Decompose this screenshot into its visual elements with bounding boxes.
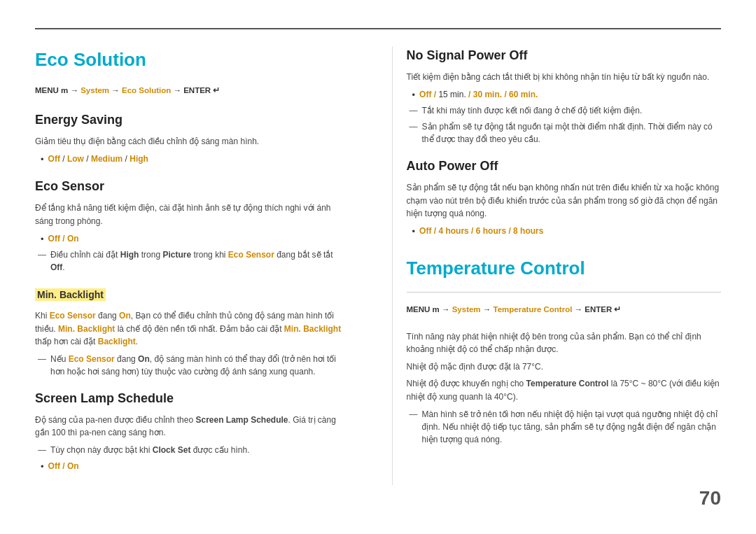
picture-bold: Picture [162, 250, 191, 260]
off-bold: Off [50, 262, 62, 272]
no-signal-option-values: Off / 15 min. / 30 min. / 60 min. [419, 88, 538, 101]
backlight-ref: Backlight [98, 337, 136, 346]
min-backlight-ref: Min. Backlight [58, 324, 115, 334]
min-backlight-dash-text: Nếu Eco Sensor đang On, độ sáng màn hình… [50, 353, 350, 378]
energy-saving-section: Energy Saving Giảm tiêu thụ điện bằng cá… [35, 111, 350, 166]
menu-icon: m [61, 86, 68, 94]
left-column: Eco Solution MENU m → System → Eco Solut… [35, 46, 364, 485]
temperature-menu-path: MENU m → System → Temperature Control → … [407, 304, 722, 316]
screen-lamp-body: Độ sáng của pa-nen được điều chỉnh theo … [35, 414, 350, 440]
no-signal-body: Tiết kiệm điện bằng cách tắt thiết bị kh… [407, 71, 722, 84]
on-ref3: On [138, 354, 150, 364]
auto-power-off-option-values: Off / 4 hours / 6 hours / 8 hours [419, 225, 543, 237]
temperature-control-title: Temperature Control [407, 255, 722, 282]
min-backlight-title: Min. Backlight [35, 285, 350, 304]
eco-solution-menu-path: MENU m → System → Eco Solution → ENTER ↵ [35, 85, 350, 97]
screen-lamp-option-values: Off / On [48, 460, 79, 472]
energy-saving-body: Giảm tiêu thụ điện bằng cách điều chỉnh … [35, 135, 350, 148]
screen-lamp-title: Screen Lamp Schedule [35, 389, 350, 408]
page-number: 70 [699, 484, 721, 513]
temp-menu-path-text: MENU m → System → Temperature Control → … [407, 305, 622, 314]
temp-dash-text: Màn hình sẽ trở nên tối hơn nếu nhiệt độ… [422, 408, 722, 446]
temp-menu-icon: m [433, 305, 440, 314]
auto-power-off-options: Off / 4 hours / 6 hours / 8 hours [412, 225, 722, 239]
right-column: No Signal Power Off Tiết kiệm điện bằng … [392, 46, 722, 485]
temp-system-link: System [452, 305, 481, 314]
no-signal-title: No Signal Power Off [407, 46, 722, 65]
eco-solution-title: Eco Solution [35, 46, 350, 73]
screen-lamp-dash: Tùy chọn này được bật khi Clock Set được… [38, 444, 350, 456]
eco-sensor-section: Eco Sensor Để tắng khả năng tiết kiệm đi… [35, 177, 350, 274]
screen-lamp-ref: Screen Lamp Schedule [195, 415, 288, 425]
top-divider [35, 28, 721, 29]
temperature-control-section: Temperature Control MENU m → System → Te… [407, 255, 722, 445]
energy-saving-options: Off / Low / Medium / High [41, 153, 350, 167]
eco-sensor-title: Eco Sensor [35, 177, 350, 196]
no-signal-options: Off / 15 min. / 30 min. / 60 min. [412, 88, 722, 102]
eco-sensor-dash: Điều chỉnh cài đặt High trong Picture tr… [38, 248, 350, 274]
energy-saving-title: Energy Saving [35, 111, 350, 129]
auto-power-off-body: Sản phẩm sẽ tự động tắt nếu bạn không nh… [407, 181, 722, 220]
enter-icon: ↵ [213, 86, 220, 94]
eco-solution-link: Eco Solution [122, 86, 171, 94]
no-signal-dash2-text: Sản phẩm sẽ tự động tắt nguồn tại một th… [422, 120, 722, 146]
temp-body1: Tính năng này phát hiện nhiệt độ bên tro… [407, 330, 722, 356]
energy-saving-option-values: Off / Low / Medium / High [48, 153, 148, 165]
main-content: Eco Solution MENU m → System → Eco Solut… [35, 46, 721, 485]
temp-body2: Nhiệt độ mặc định được đặt là 77°C. [407, 360, 722, 374]
no-signal-dash1-text: Tắt khi máy tính được kết nối đang ở chế… [422, 104, 643, 117]
min-backlight-ref2: Min. Backlight [284, 324, 341, 334]
eco-sensor-ref3: Eco Sensor [69, 354, 115, 364]
no-signal-dash1: Tắt khi máy tính được kết nối đang ở chế… [410, 104, 722, 117]
no-signal-section: No Signal Power Off Tiết kiệm điện bằng … [407, 46, 722, 146]
min-backlight-highlight: Min. Backlight [35, 288, 106, 301]
screen-lamp-options: Off / On [41, 460, 350, 474]
high-bold: High [120, 250, 139, 260]
screen-lamp-section: Screen Lamp Schedule Độ sáng của pa-nen … [35, 389, 350, 474]
eco-sensor-bold: Eco Sensor [228, 250, 274, 260]
temp-body3: Nhiệt độ được khuyến nghị cho Temperatur… [407, 377, 722, 403]
eco-sensor-option-values: Off / On [48, 232, 79, 245]
temp-control-link: Temperature Control [493, 305, 573, 314]
min-backlight-dash: Nếu Eco Sensor đang On, độ sáng màn hình… [38, 353, 350, 378]
clock-set-ref: Clock Set [153, 445, 191, 455]
eco-sensor-body: Để tắng khả năng tiết kiệm điện, cài đặt… [35, 202, 350, 227]
eco-sensor-options: Off / On [41, 232, 350, 246]
auto-power-off-title: Auto Power Off [407, 157, 722, 176]
min-backlight-body: Khi Eco Sensor đang On, Bạn có thể điều … [35, 309, 350, 349]
temperature-divider [407, 292, 722, 293]
no-signal-dash2: Sản phẩm sẽ tự động tắt nguồn tại một th… [410, 120, 722, 146]
temp-dash: Màn hình sẽ trở nên tối hơn nếu nhiệt độ… [410, 408, 722, 446]
menu-path-text: MENU m → System → Eco Solution → ENTER ↵ [35, 86, 220, 94]
temp-enter-icon: ↵ [614, 305, 621, 314]
min-backlight-section: Min. Backlight Khi Eco Sensor đang On, B… [35, 285, 350, 378]
eco-sensor-dash-text: Điều chỉnh cài đặt High trong Picture tr… [50, 248, 350, 274]
temp-control-ref: Temperature Control [526, 379, 609, 388]
system-link: System [80, 86, 109, 94]
on-ref: On [119, 311, 131, 321]
auto-power-off-section: Auto Power Off Sản phẩm sẽ tự động tắt n… [407, 157, 722, 238]
eco-sensor-ref: Eco Sensor [50, 311, 96, 321]
screen-lamp-dash-text: Tùy chọn này được bật khi Clock Set được… [50, 444, 249, 456]
